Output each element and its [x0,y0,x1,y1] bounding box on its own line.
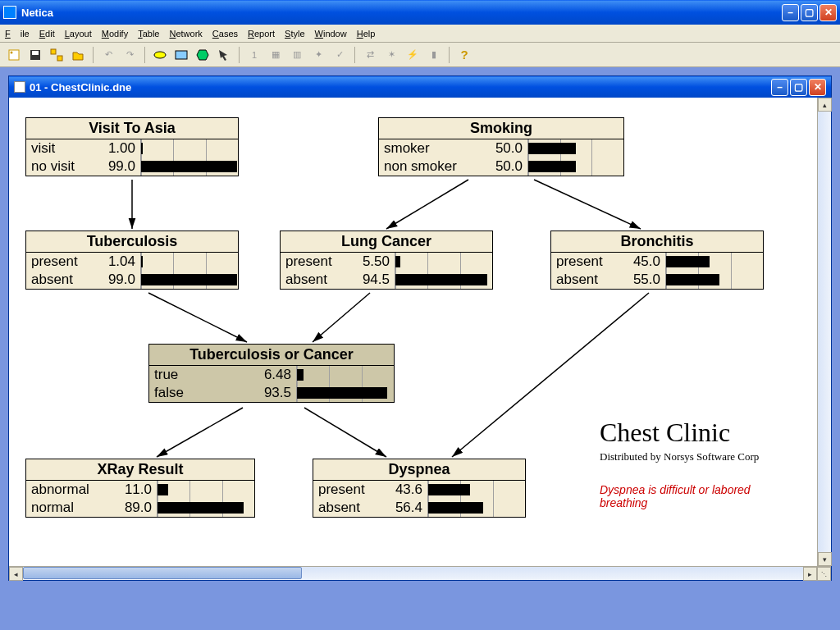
state-value: 50.0 [495,139,523,158]
nodes-button[interactable] [48,46,66,64]
scroll-track[interactable] [23,567,803,580]
menu-help[interactable]: Help [357,29,376,39]
horizontal-scrollbar[interactable]: ◂ ▸ ⋱ [9,566,831,580]
state-value: 56.4 [395,499,422,517]
menu-window[interactable]: Window [315,29,347,39]
state-value: 99.0 [108,158,135,176]
scroll-thumb[interactable] [23,567,302,579]
node-title: Visit To Asia [26,118,238,139]
state-label: present [318,481,365,499]
toolbar-separator [354,47,355,63]
maximize-button[interactable]: ▢ [801,4,818,21]
menu-table[interactable]: Table [138,29,159,39]
doc-close-button[interactable]: ✕ [809,79,826,96]
state-label: non smoker [384,158,457,176]
save-button[interactable] [26,46,44,64]
scroll-down-button[interactable]: ▾ [818,552,832,566]
new-net-button[interactable] [5,46,23,64]
state-label: abnormal [31,481,89,499]
menu-file[interactable]: File [5,29,30,39]
minimize-button[interactable]: – [782,4,799,21]
state-value: 99.0 [108,271,135,289]
star-button[interactable]: ✦ [309,46,327,64]
state-label: normal [31,499,74,517]
state-label: visit [31,139,55,158]
table-button[interactable]: ▦ [267,46,285,64]
state-value: 50.0 [495,158,523,176]
node-xray[interactable]: XRay Result abnormal11.0 normal89.0 [25,459,255,518]
document-icon [14,81,25,93]
app-window: Netica – ▢ ✕ File Edit Layout Modify Tab… [0,0,840,630]
scroll-up-button[interactable]: ▴ [818,98,832,112]
open-button[interactable] [69,46,87,64]
vertical-scrollbar[interactable]: ▴ ▾ [817,98,831,566]
close-button[interactable]: ✕ [819,4,837,21]
chart-button[interactable]: ▥ [288,46,306,64]
app-icon [3,6,16,19]
menu-report[interactable]: Report [248,29,275,39]
toolbar-separator [239,47,240,63]
state-label: true [154,366,178,384]
state-value: 93.5 [264,384,291,402]
toolbar: ↶ ↷ 1 ▦ ▥ ✦ ✓ ⇄ ✶ ⚡ ▮ ? [0,43,840,67]
svg-point-1 [11,51,13,53]
undo-button[interactable]: ↶ [99,46,117,64]
node-lung-cancer[interactable]: Lung Cancer present5.50 absent94.5 [280,231,493,290]
state-value: 5.50 [363,253,390,271]
state-value: 45.0 [633,253,660,271]
menu-modify[interactable]: Modify [102,29,128,39]
state-label: absent [285,271,327,289]
state-value: 1.00 [108,139,135,158]
document-window: 01 - ChestClinic.dne – ▢ ✕ [8,75,832,581]
doc-maximize-button[interactable]: ▢ [790,79,807,96]
node-bronchitis[interactable]: Bronchitis present45.0 absent55.0 [550,231,764,290]
doc-minimize-button[interactable]: – [771,79,788,96]
svg-rect-5 [57,56,62,61]
swap-button[interactable]: ⇄ [361,46,379,64]
annotation-red-note: Dyspnea is difficult or labored breathin… [600,483,764,509]
svg-rect-0 [9,50,19,60]
svg-line-15 [304,408,386,457]
star2-button[interactable]: ✶ [382,46,400,64]
menu-layout[interactable]: Layout [65,29,92,39]
one-button[interactable]: 1 [245,46,263,64]
svg-line-10 [386,180,468,229]
state-label: absent [556,271,598,289]
scroll-grip-icon: ⋱ [817,567,831,581]
help-button[interactable]: ? [455,46,473,64]
rect-node-button[interactable] [172,46,190,64]
redo-button[interactable]: ↷ [121,46,139,64]
scroll-left-button[interactable]: ◂ [9,567,23,581]
node-visit-asia[interactable]: Visit To Asia visit1.00 no visit99.0 [25,117,239,176]
menu-edit[interactable]: Edit [39,29,55,39]
oval-node-button[interactable] [151,46,169,64]
state-value: 1.04 [108,253,135,271]
node-title: XRay Result [26,459,254,481]
node-title: Tuberculosis [26,231,238,253]
toolbar-separator [144,47,145,63]
state-label: absent [31,271,73,289]
hex-node-button[interactable] [194,46,212,64]
arrow-tool-button[interactable] [215,46,233,64]
network-canvas[interactable]: Visit To Asia visit1.00 no visit99.0 [9,98,817,566]
menu-style[interactable]: Style [285,29,304,39]
node-smoking[interactable]: Smoking smoker50.0 non smoker50.0 [378,117,624,176]
state-value: 55.0 [633,271,660,289]
node-title: Smoking [379,118,623,139]
flag-button[interactable]: ▮ [425,46,443,64]
scroll-track[interactable] [818,112,831,552]
node-dyspnea[interactable]: Dyspnea present43.6 absent56.4 [313,459,526,518]
node-title: Lung Cancer [281,231,492,253]
scroll-right-button[interactable]: ▸ [803,567,817,581]
menu-network[interactable]: Network [169,29,202,39]
menu-cases[interactable]: Cases [212,29,238,39]
check-button[interactable]: ✓ [331,46,349,64]
lightning-button[interactable]: ⚡ [404,46,422,64]
state-label: smoker [384,139,430,158]
node-tb-or-cancer[interactable]: Tuberculosis or Cancer true6.48 false93.… [148,344,395,403]
svg-rect-7 [176,51,187,59]
svg-rect-3 [32,51,39,55]
svg-line-12 [148,293,247,342]
svg-line-11 [534,180,641,229]
node-tuberculosis[interactable]: Tuberculosis present1.04 absent99.0 [25,231,239,290]
